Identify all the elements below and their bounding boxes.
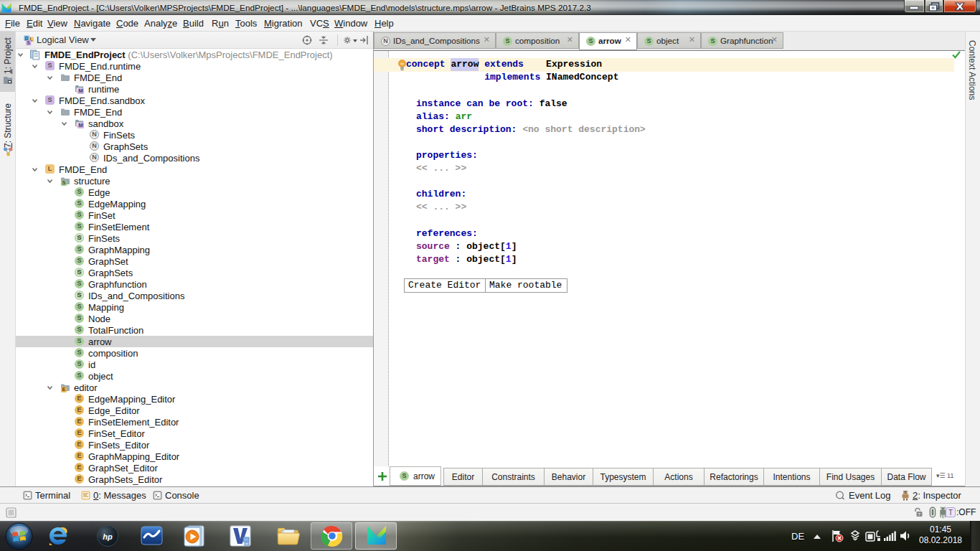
svg-text:M: M [78,88,83,94]
svg-text:S: S [27,40,31,45]
svg-text:E: E [62,386,65,392]
svg-text:S: S [62,179,65,186]
svg-text:hp: hp [103,532,113,541]
svg-text:M: M [78,122,83,128]
